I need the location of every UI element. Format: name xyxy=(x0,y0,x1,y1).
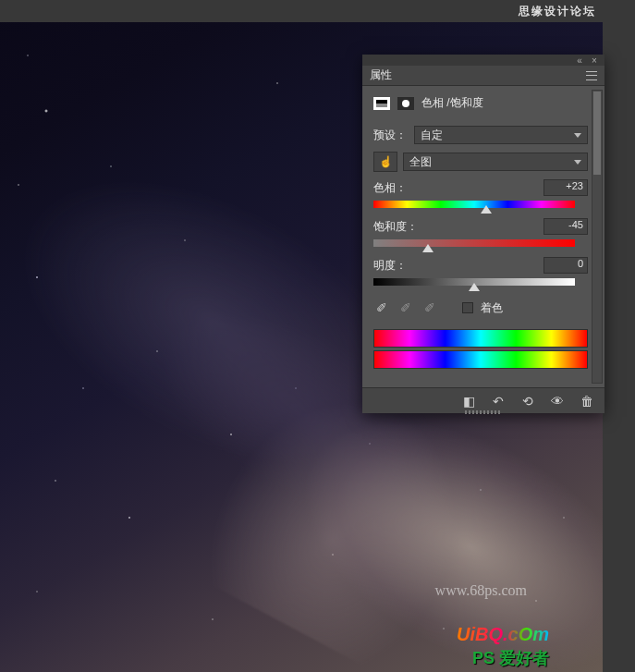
panel-titlebar[interactable]: 属性 xyxy=(362,66,604,86)
hue-bar-top[interactable] xyxy=(373,329,588,348)
saturation-track xyxy=(373,239,575,247)
saturation-value-input[interactable]: -45 xyxy=(543,218,588,235)
saturation-label: 饱和度： xyxy=(373,219,418,235)
scroll-thumb[interactable] xyxy=(593,92,601,175)
eyedropper-icon[interactable]: ✐ xyxy=(373,299,390,316)
saturation-slider[interactable] xyxy=(373,238,575,248)
hue-track xyxy=(373,201,575,208)
watermark-ps: PS 爱好者 xyxy=(472,647,549,669)
panel-title: 属性 xyxy=(370,67,586,83)
scrollbar[interactable] xyxy=(592,90,603,384)
clip-to-layer-icon[interactable]: ◧ xyxy=(460,393,477,409)
panel-body: 色相 /饱和度 预设： 自定 ☝ 全图 色相： +23 xyxy=(362,86,604,387)
range-value: 全图 xyxy=(409,154,432,170)
eyedropper-minus-icon[interactable]: ✐ xyxy=(421,299,438,316)
watermark-68ps: www.68ps.com xyxy=(435,582,527,599)
lightness-label: 明度： xyxy=(373,258,407,274)
preset-row: 预设： 自定 xyxy=(362,122,604,148)
adjustment-name: 色相 /饱和度 xyxy=(421,95,483,111)
chevron-down-icon xyxy=(574,160,581,165)
collapse-icon[interactable]: « xyxy=(575,55,584,65)
panel-topbar: « × xyxy=(362,55,604,66)
colorize-label: 着色 xyxy=(481,300,503,316)
view-previous-icon[interactable]: ↶ xyxy=(490,393,507,409)
range-select[interactable]: 全图 xyxy=(403,153,588,171)
saturation-slider-row: 饱和度： -45 xyxy=(362,214,604,248)
eyedropper-plus-icon[interactable]: ✐ xyxy=(397,299,414,316)
lightness-handle[interactable] xyxy=(469,283,480,291)
chevron-down-icon xyxy=(574,133,581,138)
visibility-icon[interactable]: 👁 xyxy=(549,393,566,409)
close-icon[interactable]: × xyxy=(590,55,599,65)
preset-value: 自定 xyxy=(421,128,443,143)
lightness-value-input[interactable]: 0 xyxy=(543,257,588,274)
adjustment-header: 色相 /饱和度 xyxy=(362,95,604,122)
trash-icon[interactable]: 🗑 xyxy=(579,393,595,409)
hue-slider[interactable] xyxy=(373,200,575,209)
reset-icon[interactable]: ⟲ xyxy=(519,393,536,409)
hue-label: 色相： xyxy=(373,180,407,196)
adjustment-thumb-icon[interactable] xyxy=(373,97,390,110)
hue-value-input[interactable]: +23 xyxy=(543,179,588,196)
preset-label: 预设： xyxy=(373,128,409,143)
hue-handle[interactable] xyxy=(481,205,492,214)
hue-bar-bottom[interactable] xyxy=(373,350,588,369)
app-titlebar: 思缘设计论坛 xyxy=(0,0,635,22)
resize-grip[interactable] xyxy=(465,410,502,414)
range-row: ☝ 全图 xyxy=(362,148,604,176)
mask-icon[interactable] xyxy=(397,97,414,110)
lightness-slider[interactable] xyxy=(373,277,575,287)
saturation-handle[interactable] xyxy=(422,244,434,252)
properties-panel: « × 属性 色相 /饱和度 预设： 自定 ☝ 全图 xyxy=(362,55,604,413)
colorize-checkbox[interactable] xyxy=(462,302,473,313)
panel-menu-icon[interactable] xyxy=(586,71,597,80)
eyedropper-row: ✐ ✐ ✐ 着色 xyxy=(362,292,604,320)
app-rightbar xyxy=(603,0,635,672)
targeted-adjust-button[interactable]: ☝ xyxy=(373,152,397,172)
hand-icon: ☝ xyxy=(379,155,393,168)
watermark-uibq: UiBQ.cOm xyxy=(457,624,549,645)
preset-select[interactable]: 自定 xyxy=(414,126,588,144)
panel-footer: ◧ ↶ ⟲ 👁 🗑 xyxy=(362,387,604,413)
site-name: 思缘设计论坛 xyxy=(519,4,596,19)
hue-slider-row: 色相： +23 xyxy=(362,176,604,209)
lightness-slider-row: 明度： 0 xyxy=(362,253,604,287)
